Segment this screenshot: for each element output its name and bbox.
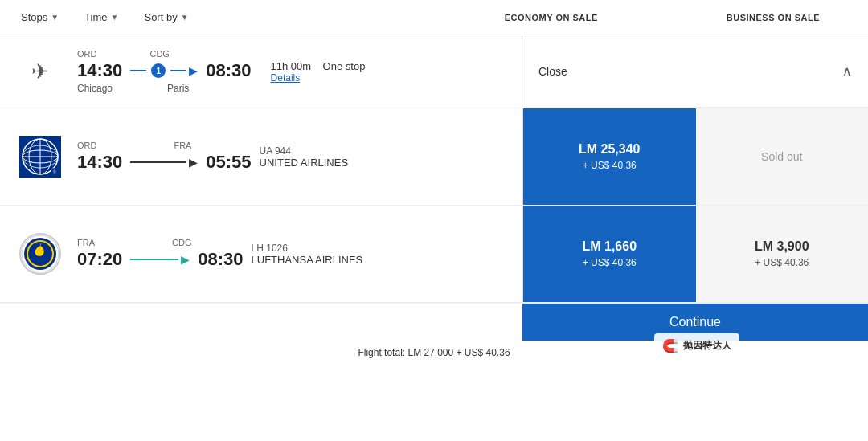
flight-left-1: ✈ ORD CDG 14:30 1 ▶ 08:30: [0, 35, 522, 108]
economy-usd-2: + US$ 40.36: [583, 160, 637, 171]
flight-number-3: LH 1026: [252, 243, 372, 254]
sold-out-text-2: Sold out: [761, 150, 802, 163]
times-row-1: 14:30 1 ▶ 08:30: [77, 60, 252, 81]
duration-block-1: 11h 00m One stop Details: [271, 60, 375, 84]
airports-1: ORD CDG: [77, 49, 252, 59]
stops-filter[interactable]: Stops ▼: [16, 8, 63, 27]
business-sale-label: BUSINESS ON SALE: [727, 13, 820, 22]
times-row-3: 07:20 ▶ 08:30: [77, 249, 244, 270]
from-time-3: 07:20: [77, 249, 122, 270]
flight-row-1: ✈ ORD CDG 14:30 1 ▶ 08:30: [0, 35, 868, 108]
to-code-2: FRA: [174, 141, 191, 150]
lh-logo-container: [16, 233, 64, 275]
plane-icon: ✈: [19, 51, 61, 92]
to-code-1: CDG: [149, 49, 169, 59]
economy-price-cell-2[interactable]: LM 25,340 + US$ 40.36: [523, 108, 696, 205]
time-arrow-icon: ▼: [111, 13, 119, 22]
flight-left-3: FRA CDG 07:20 ▶ 08:30 LH 1026 LUFTHANSA …: [0, 206, 522, 302]
from-time-1: 14:30: [77, 60, 122, 81]
stops-label: Stops: [21, 11, 47, 23]
chevron-up-icon[interactable]: ∧: [842, 63, 852, 79]
time-label: Time: [84, 11, 107, 23]
from-code-2: ORD: [77, 141, 96, 150]
city-labels-1: Chicago Paris: [77, 83, 252, 94]
flight-left-2: ® ORD FRA 14:30 ▶ 05:55 UA 944 UNITED AI…: [0, 108, 522, 205]
economy-price-cell-3[interactable]: LM 1,660 + US$ 40.36: [523, 206, 696, 302]
route-block-1: ORD CDG 14:30 1 ▶ 08:30 Chicago Paris: [77, 49, 252, 94]
to-time-3: 08:30: [198, 249, 243, 270]
airports-3: FRA CDG: [77, 238, 244, 247]
economy-usd-3: + US$ 40.36: [583, 257, 637, 268]
bottom-left-spacer: [0, 304, 522, 341]
price-row-3: LM 1,660 + US$ 40.36 LM 3,900 + US$ 40.3…: [523, 206, 868, 302]
airline-logo-1: ✈: [16, 51, 64, 92]
from-code-3: FRA: [77, 238, 95, 247]
business-lm-3: LM 3,900: [755, 239, 809, 254]
price-row-2: LM 25,340 + US$ 40.36 Sold out: [523, 108, 868, 205]
sortby-arrow-icon: ▼: [181, 13, 189, 22]
flight-right-2: LM 25,340 + US$ 40.36 Sold out: [522, 108, 868, 205]
airline-name-block-3: LH 1026 LUFTHANSA AIRLINES: [252, 243, 372, 266]
bottom-section: Continue Flight total: LM 27,000 + US$ 4…: [0, 303, 868, 365]
duration-1: 11h 00m One stop: [271, 60, 375, 72]
time-filter[interactable]: Time ▼: [80, 8, 123, 27]
airline-name-3: LUFTHANSA AIRLINES: [252, 254, 372, 266]
filter-bar: Stops ▼ Time ▼ Sort by ▼ ECONOMY ON SALE…: [0, 0, 868, 35]
to-code-3: CDG: [172, 238, 191, 247]
stop-dot-1: 1: [151, 63, 166, 78]
close-panel: Close ∧: [522, 35, 868, 108]
economy-lm-3: LM 1,660: [582, 239, 637, 254]
flight-number-2: UA 944: [260, 145, 380, 157]
watermark-icon: 🧲: [662, 338, 678, 353]
flight-right-3: LM 1,660 + US$ 40.36 LM 3,900 + US$ 40.3…: [522, 206, 868, 302]
watermark-text: 抛因特达人: [683, 339, 731, 353]
from-time-2: 14:30: [77, 152, 122, 173]
route-block-3: FRA CDG 07:20 ▶ 08:30: [77, 238, 244, 270]
ua-logo-container: ®: [16, 136, 64, 178]
to-city-1: Paris: [167, 83, 189, 94]
flight-row-2: ® ORD FRA 14:30 ▶ 05:55 UA 944 UNITED AI…: [0, 108, 868, 206]
airline-name-2: UNITED AIRLINES: [260, 157, 380, 169]
from-code-1: ORD: [77, 49, 96, 59]
close-text[interactable]: Close: [538, 65, 567, 78]
united-airlines-logo-icon: ®: [19, 136, 61, 178]
to-time-1: 08:30: [206, 60, 251, 81]
route-block-2: ORD FRA 14:30 ▶ 05:55: [77, 141, 252, 173]
airports-2: ORD FRA: [77, 141, 252, 150]
sortby-filter[interactable]: Sort by ▼: [139, 8, 193, 27]
stops-arrow-icon: ▼: [51, 13, 59, 22]
lufthansa-logo-icon: [19, 233, 61, 275]
airline-name-block-2: UA 944 UNITED AIRLINES: [260, 145, 380, 169]
business-price-cell-2: Sold out: [696, 108, 869, 205]
sortby-label: Sort by: [144, 11, 177, 23]
route-arrow-1: 1 ▶: [130, 63, 198, 78]
times-row-2: 14:30 ▶ 05:55: [77, 152, 252, 173]
details-link-1[interactable]: Details: [271, 72, 375, 84]
economy-lm-2: LM 25,340: [579, 142, 640, 157]
economy-sale-label: ECONOMY ON SALE: [505, 13, 598, 22]
sale-labels: ECONOMY ON SALE BUSINESS ON SALE: [505, 13, 852, 22]
svg-text:®: ®: [53, 169, 56, 174]
from-city-1: Chicago: [77, 83, 113, 94]
business-usd-3: + US$ 40.36: [755, 257, 809, 268]
business-price-cell-3[interactable]: LM 3,900 + US$ 40.36: [696, 206, 869, 302]
flight-row-3: FRA CDG 07:20 ▶ 08:30 LH 1026 LUFTHANSA …: [0, 206, 868, 303]
watermark: 🧲 抛因特达人: [654, 333, 739, 358]
to-time-2: 05:55: [206, 152, 251, 173]
